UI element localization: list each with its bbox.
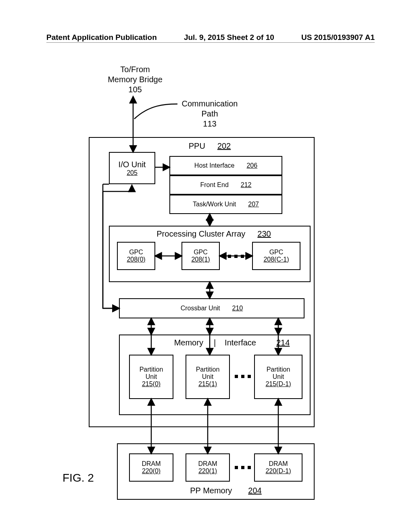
- figure-label: FIG. 2: [63, 472, 94, 484]
- figure-2-diagram: To/From Memory Bridge 105 Communication …: [60, 56, 359, 500]
- header-right: US 2015/0193907 A1: [301, 33, 375, 42]
- page-header: Patent Application Publication Jul. 9, 2…: [46, 33, 375, 42]
- header-left: Patent Application Publication: [46, 33, 157, 42]
- header-center: Jul. 9, 2015 Sheet 2 of 10: [184, 33, 274, 42]
- header-rule: [46, 42, 375, 43]
- connectors: [60, 56, 359, 500]
- page: Patent Application Publication Jul. 9, 2…: [0, 0, 413, 532]
